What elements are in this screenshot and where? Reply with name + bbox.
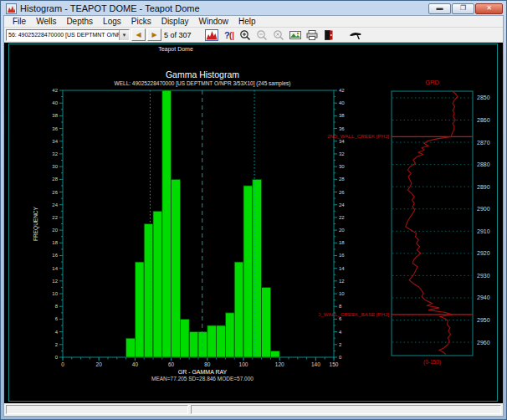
histogram-bar [126,338,136,357]
svg-text:20: 20 [52,228,58,233]
histogram-bar [180,319,189,357]
chevron-down-icon[interactable]: ▼ [119,30,129,40]
histogram-icon[interactable] [203,28,220,42]
depth-label: 2960 [477,340,490,346]
window-body: FileWellsDepthsLogsPicksDisplayWindowHel… [3,15,504,417]
depth-label: 2850 [477,95,490,100]
svg-text:80: 80 [204,361,211,367]
histogram-bar [153,211,162,357]
menu-wells[interactable]: Wells [31,16,61,27]
histogram-bar [198,332,207,357]
menu-file[interactable]: File [8,16,31,27]
log-track-border [392,91,473,356]
svg-text:32: 32 [52,151,58,156]
svg-text:8: 8 [55,304,59,309]
curve-title: GRD [425,79,439,86]
menu-depths[interactable]: Depths [61,16,98,27]
svg-text:WELL: 49025228470000 [US DEPTM: WELL: 49025228470000 [US DEPTMNT O/NPR 3… [115,80,291,87]
toolbar: 56: 49025228470000 [US DEPTMNT O/NPR ▼ ◀… [4,28,503,43]
restore-button[interactable]: ❐ [452,3,474,14]
status-cell-left [6,405,188,414]
svg-text:0: 0 [55,355,59,360]
plot-client-area: Teapot Dome Gamma HistogramWELL: 4902522… [4,43,503,403]
depth-label: 2940 [477,295,490,300]
histogram-bar [243,186,253,357]
svg-text:10: 10 [52,291,58,296]
zoom-reset-icon [270,28,287,42]
depth-label: 2870 [477,140,490,146]
formation-top-label: 2ND_WALL_CREEK_BASE [PHJ] [319,311,389,317]
gamma-histogram-chart: Gamma HistogramWELL: 49025228470000 [US … [29,53,347,387]
depth-label: 2930 [477,273,490,279]
histogram-bar [217,325,226,357]
depth-label: 2890 [477,184,490,190]
svg-text:16: 16 [52,253,58,258]
menu-window[interactable]: Window [193,16,233,27]
well-position-text: 5 of 307 [164,31,192,39]
svg-text:14: 14 [52,266,58,271]
previous-well-button[interactable]: ◀ [131,28,146,41]
svg-text:28: 28 [52,177,58,182]
svg-text:4: 4 [55,330,59,335]
zoom-out-icon [254,28,270,42]
svg-text:36: 36 [52,126,58,131]
svg-text:42: 42 [52,88,58,93]
zoom-in-icon[interactable] [237,28,254,42]
svg-text:18: 18 [52,240,58,245]
svg-text:12: 12 [52,279,58,284]
window-title: Histogram - TEAPOT DOME - Teapot Dome [20,3,428,13]
svg-text:26: 26 [52,190,58,195]
status-cell-right [191,405,501,414]
histogram-bar [253,179,262,357]
svg-text:Gamma Histogram: Gamma Histogram [166,69,239,79]
histogram-bar [172,179,181,357]
menubar: FileWellsDepthsLogsPicksDisplayWindowHel… [4,16,503,28]
svg-text:40: 40 [132,361,139,367]
depth-label: 2900 [477,206,490,212]
svg-text:60: 60 [168,361,175,367]
app-icon [6,3,17,14]
histogram-bar [144,224,153,358]
depth-label: 2920 [477,250,490,256]
well-info-icon[interactable]: ?(| [220,28,237,42]
statusbar [4,403,503,416]
histogram-bar [234,262,243,357]
snapshot-icon[interactable] [287,28,304,42]
menu-logs[interactable]: Logs [98,16,126,27]
svg-text:24: 24 [52,202,58,207]
menu-help[interactable]: Help [233,16,261,27]
menu-display[interactable]: Display [156,16,194,27]
svg-text:GR - GAMMA RAY: GR - GAMMA RAY [178,369,228,375]
histogram-bar [135,262,144,357]
project-title: Teapot Dome [138,46,213,52]
close-button[interactable]: ✕ [475,3,503,14]
histogram-bar [270,351,279,357]
svg-text:30: 30 [52,164,58,169]
svg-text:40: 40 [52,100,58,105]
well-selector-value: 56: 49025228470000 [US DEPTMNT O/NPR [7,30,119,40]
next-well-button[interactable]: ▶ [147,28,161,41]
histogram-bar [162,90,172,357]
depth-label: 2880 [477,161,490,167]
print-icon[interactable] [304,28,320,42]
menu-picks[interactable]: Picks [126,16,156,27]
svg-text:(|: (| [229,31,234,40]
svg-text:MEAN=77.205 SD=28.846 MODE=57.: MEAN=77.205 SD=28.846 MODE=57.000 [151,376,254,382]
exit-icon[interactable] [320,28,337,42]
depth-label: 2860 [477,117,490,123]
histogram-bar [225,313,234,357]
toolbar-icons: ?(| [203,28,364,42]
minimize-button[interactable]: ▬ [428,3,451,14]
grd-curve [406,91,458,355]
titlebar[interactable]: Histogram - TEAPOT DOME - Teapot Dome ▬ … [1,1,506,15]
app-window: Histogram - TEAPOT DOME - Teapot Dome ▬ … [0,0,507,420]
histogram-bars [126,90,280,357]
histogram-bar [262,287,271,357]
svg-text:6: 6 [55,316,59,321]
well-selector[interactable]: 56: 49025228470000 [US DEPTMNT O/NPR ▼ [6,29,130,41]
depth-label: 2910 [477,228,490,234]
hammer-icon[interactable] [347,28,364,42]
svg-text:FREQUENCY: FREQUENCY [33,206,39,240]
svg-text:38: 38 [52,113,58,118]
svg-text:120: 120 [275,361,284,367]
